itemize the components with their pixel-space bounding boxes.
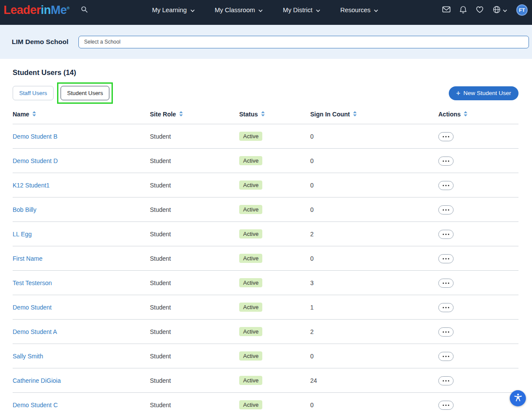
row-actions-button[interactable] xyxy=(438,254,454,263)
row-actions-button[interactable] xyxy=(438,352,454,361)
student-name-link[interactable]: Demo Student C xyxy=(13,402,58,409)
site-role-value: Student xyxy=(150,402,171,409)
heart-icon xyxy=(476,6,484,14)
student-name-link[interactable]: Demo Student D xyxy=(13,157,58,164)
row-actions-button[interactable] xyxy=(438,279,454,288)
site-role-value: Student xyxy=(150,328,171,335)
student-name-link[interactable]: First Name xyxy=(13,255,42,262)
row-actions-button[interactable] xyxy=(438,181,454,190)
status-badge: Active xyxy=(239,156,262,165)
column-header-label: Name xyxy=(13,111,29,118)
student-name-link[interactable]: K12 Student1 xyxy=(13,182,50,189)
sign-in-count-value: 24 xyxy=(310,377,317,384)
site-role-value: Student xyxy=(150,206,171,213)
site-role-value: Student xyxy=(150,377,171,384)
student-name-link[interactable]: Bob Billy xyxy=(13,206,36,213)
nav-item-resources[interactable]: Resources xyxy=(340,7,378,14)
student-name-link[interactable]: Catherine DiGioia xyxy=(13,377,61,384)
row-actions-button[interactable] xyxy=(438,205,454,215)
main-nav: My Learning My Classroom My District Res… xyxy=(88,7,442,14)
status-badge: Active xyxy=(239,132,262,141)
column-header-label: Sign In Count xyxy=(310,111,350,118)
favorites-button[interactable] xyxy=(476,6,484,14)
column-header-site-role[interactable]: Site Role xyxy=(150,111,239,124)
table-row: Demo Student Student Active 1 xyxy=(13,295,518,320)
column-header-actions[interactable]: Actions xyxy=(438,111,518,124)
status-badge: Active xyxy=(239,376,262,385)
student-name-link[interactable]: LL Egg xyxy=(13,231,32,238)
notifications-button[interactable] xyxy=(460,6,467,15)
table-row: Sally Smith Student Active 0 xyxy=(13,344,518,368)
student-users-table: Name Site Role Status xyxy=(13,111,518,412)
student-name-link[interactable]: Demo Student B xyxy=(13,133,58,140)
page-title: Student Users (14) xyxy=(13,68,518,77)
search-button[interactable] xyxy=(81,6,88,14)
messages-button[interactable] xyxy=(442,6,451,14)
table-row: Demo Student C Student Active 0 xyxy=(13,393,518,412)
table-row: Test Testerson Student Active 3 xyxy=(13,271,518,295)
column-header-status[interactable]: Status xyxy=(239,111,310,124)
status-badge: Active xyxy=(239,254,262,263)
nav-item-my-learning[interactable]: My Learning xyxy=(152,7,195,14)
new-student-user-button[interactable]: + New Student User xyxy=(449,86,518,100)
sort-icon[interactable] xyxy=(32,111,36,118)
user-avatar[interactable]: FT xyxy=(516,4,528,16)
site-role-value: Student xyxy=(150,182,171,189)
language-menu-button[interactable] xyxy=(493,6,507,15)
nav-item-my-district[interactable]: My District xyxy=(283,7,320,14)
sign-in-count-value: 0 xyxy=(310,255,314,262)
row-actions-button[interactable] xyxy=(438,303,454,312)
school-selector-bar: LIM Demo School xyxy=(0,25,532,59)
site-role-value: Student xyxy=(150,157,171,164)
student-name-link[interactable]: Demo Student xyxy=(13,304,52,311)
accessibility-widget-button[interactable] xyxy=(510,390,526,406)
chevron-down-icon xyxy=(374,7,378,14)
leaderinme-logo[interactable]: LeaderinMe® xyxy=(3,4,69,16)
registered-mark: ® xyxy=(67,6,69,10)
student-name-link[interactable]: Test Testerson xyxy=(13,279,52,286)
tab-staff-users[interactable]: Staff Users xyxy=(13,86,54,100)
current-school-label: LIM Demo School xyxy=(12,38,78,46)
sort-icon[interactable] xyxy=(261,111,265,118)
nav-item-my-classroom[interactable]: My Classroom xyxy=(215,7,263,14)
status-badge: Active xyxy=(239,351,262,361)
row-actions-button[interactable] xyxy=(438,132,454,141)
row-actions-button[interactable] xyxy=(438,157,454,166)
site-role-value: Student xyxy=(150,304,171,311)
sort-icon[interactable] xyxy=(179,111,183,118)
table-row: Demo Student A Student Active 2 xyxy=(13,320,518,344)
row-actions-button[interactable] xyxy=(438,230,454,239)
nav-item-label: My Learning xyxy=(152,7,187,14)
globe-icon xyxy=(493,6,501,15)
table-row: Catherine DiGioia Student Active 24 xyxy=(13,368,518,393)
row-actions-button[interactable] xyxy=(438,327,454,337)
row-actions-button[interactable] xyxy=(438,401,454,410)
sign-in-count-value: 2 xyxy=(310,328,314,335)
chevron-down-icon xyxy=(316,7,320,14)
tabs-row: Staff Users Student Users + New Student … xyxy=(13,82,518,104)
school-select-input[interactable] xyxy=(78,36,529,48)
site-role-value: Student xyxy=(150,279,171,286)
main-content: Student Users (14) Staff Users Student U… xyxy=(0,68,532,412)
tab-student-users[interactable]: Student Users xyxy=(61,86,109,100)
status-badge: Active xyxy=(239,229,262,238)
row-actions-button[interactable] xyxy=(438,376,454,385)
table-row: Demo Student D Student Active 0 xyxy=(13,149,518,173)
student-name-link[interactable]: Sally Smith xyxy=(13,353,43,360)
column-header-sign-in-count[interactable]: Sign In Count xyxy=(310,111,438,124)
logo-text-me: Me xyxy=(51,3,67,17)
column-header-name[interactable]: Name xyxy=(13,111,150,124)
nav-item-label: Resources xyxy=(340,7,370,14)
column-header-label: Actions xyxy=(438,111,461,118)
table-body: Demo Student B Student Active 0 Demo Stu… xyxy=(13,124,518,412)
student-name-link[interactable]: Demo Student A xyxy=(13,328,57,335)
status-badge: Active xyxy=(239,303,262,312)
sign-in-count-value: 0 xyxy=(310,353,314,360)
sign-in-count-value: 0 xyxy=(310,206,314,213)
status-badge: Active xyxy=(239,180,262,190)
sort-icon[interactable] xyxy=(464,111,468,118)
table-row: Bob Billy Student Active 0 xyxy=(13,197,518,222)
green-highlight-annotation: Student Users xyxy=(57,82,113,104)
sort-icon[interactable] xyxy=(353,111,357,118)
accessibility-icon xyxy=(513,393,523,404)
